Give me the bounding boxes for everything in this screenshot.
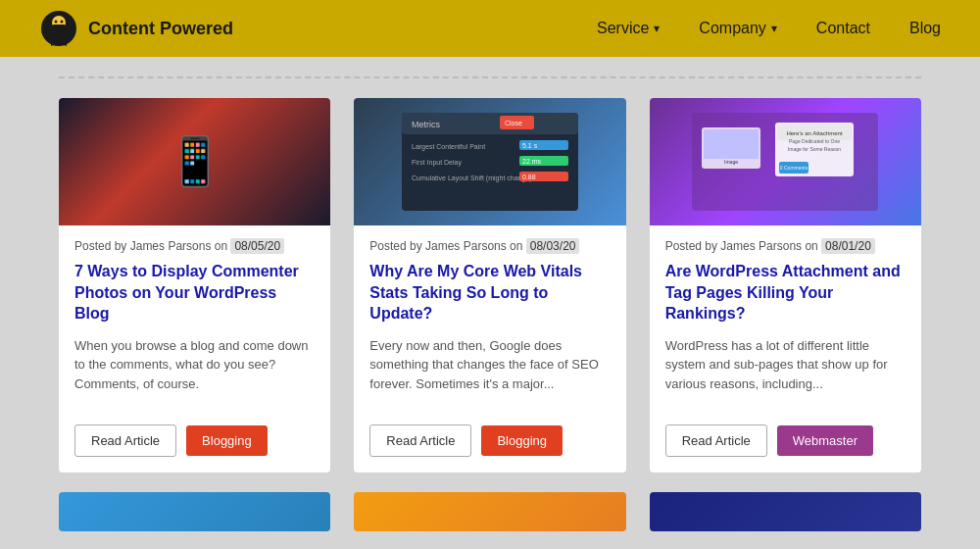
svg-text:Here's an Attachment: Here's an Attachment [787,130,844,136]
bottom-card-image-3 [650,492,921,531]
read-article-button-2[interactable]: Read Article [369,424,471,457]
card-body-2: Posted by James Parsons on 08/03/20 Why … [354,225,625,424]
nav-service[interactable]: Service ▾ [597,20,660,37]
card-footer-2: Read Article Blogging [354,424,625,473]
blog-card-2: Metrics Close Largest Contentful Paint 5… [354,98,625,473]
svg-text:First Input Delay: First Input Delay [412,159,462,167]
svg-text:Cumulative Layout Shift (might: Cumulative Layout Shift (might change) [412,175,532,182]
tag-button-3[interactable]: Webmaster [777,425,873,456]
card-meta-2: Posted by James Parsons on 08/03/20 [369,239,610,253]
bottom-strip [59,492,921,531]
chevron-down-icon: ▾ [771,22,777,35]
card-meta-1: Posted by James Parsons on 08/05/20 [74,239,315,253]
main-content: Posted by James Parsons on 08/05/20 7 Wa… [0,57,980,549]
svg-point-3 [55,21,58,24]
card-image-2: Metrics Close Largest Contentful Paint 5… [354,98,625,225]
metrics-chart: Metrics Close Largest Contentful Paint 5… [392,108,588,216]
nav-company[interactable]: Company ▾ [699,20,776,37]
cards-grid: Posted by James Parsons on 08/05/20 7 Wa… [59,98,921,473]
card-image-3: Here's an Attachment Page Dedicated to O… [650,98,921,225]
svg-text:22 ms: 22 ms [522,158,542,165]
card-title-2: Why Are My Core Web Vitals Stats Taking … [369,261,610,324]
svg-rect-2 [52,25,66,30]
separator [59,76,921,78]
card-title-3: Are WordPress Attachment and Tag Pages K… [665,261,906,324]
blog-card-3: Here's an Attachment Page Dedicated to O… [650,98,921,473]
card-body-3: Posted by James Parsons on 08/01/20 Are … [650,225,921,424]
svg-text:Metrics: Metrics [412,120,440,129]
logo-icon [39,9,78,48]
svg-text:Image: Image [724,159,738,165]
svg-text:Page Dedicated to One: Page Dedicated to One [789,138,840,144]
main-nav: Service ▾ Company ▾ Contact Blog [597,20,941,37]
bottom-card-image-2 [354,492,625,531]
tag-button-1[interactable]: Blogging [186,425,268,456]
card-footer-3: Read Article Webmaster [650,424,921,473]
svg-text:0 Comments: 0 Comments [780,165,808,171]
svg-text:Close: Close [505,120,522,126]
svg-text:5.1 s: 5.1 s [522,142,538,149]
bottom-card-image-1 [59,492,330,531]
blog-card-1: Posted by James Parsons on 08/05/20 7 Wa… [59,98,330,473]
svg-point-4 [61,21,64,24]
header: Content Powered Service ▾ Company ▾ Cont… [0,0,980,57]
attachment-preview: Here's an Attachment Page Dedicated to O… [687,108,883,216]
card-meta-3: Posted by James Parsons on 08/01/20 [665,239,906,253]
svg-rect-28 [704,129,759,159]
card-image-1 [59,98,330,225]
tag-button-2[interactable]: Blogging [481,425,563,456]
nav-contact[interactable]: Contact [816,20,870,37]
card-title-1: 7 Ways to Display Commenter Photos on Yo… [74,261,315,324]
card-excerpt-1: When you browse a blog and come down to … [74,336,315,394]
logo-area: Content Powered [39,9,233,48]
card-body-1: Posted by James Parsons on 08/05/20 7 Wa… [59,225,330,424]
svg-text:Largest Contentful Paint: Largest Contentful Paint [412,143,485,151]
svg-text:0.88: 0.88 [522,174,536,180]
card-excerpt-2: Every now and then, Google does somethin… [369,336,610,394]
read-article-button-3[interactable]: Read Article [665,424,767,457]
card-excerpt-3: WordPress has a lot of different little … [665,336,906,394]
svg-text:Image for Some Reason: Image for Some Reason [788,146,841,152]
read-article-button-1[interactable]: Read Article [74,424,176,457]
card-footer-1: Read Article Blogging [59,424,330,473]
nav-blog[interactable]: Blog [909,20,941,37]
logo-text: Content Powered [88,19,233,39]
chevron-down-icon: ▾ [654,22,660,35]
